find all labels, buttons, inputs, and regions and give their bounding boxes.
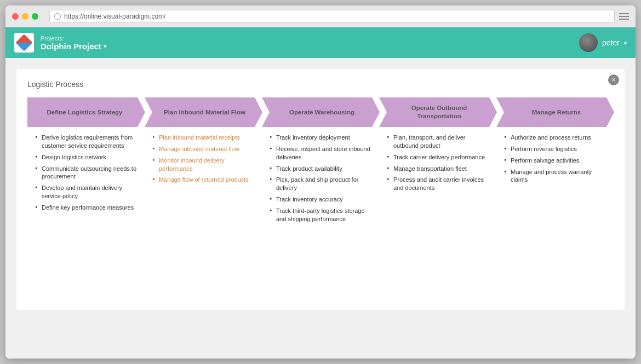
project-label: Projects:	[41, 35, 106, 42]
list-item: Perform reverse logistics	[504, 145, 606, 153]
list-item: Track carrier delivery performance	[387, 153, 489, 161]
list-item: Perform salvage activities	[504, 157, 606, 165]
process-step-1: Define Logistics StrategyDerive logistic…	[27, 97, 145, 233]
step-header-text-4: Operate Outbound Transportation	[391, 104, 487, 120]
list-item: Pick, pack and ship product for delivery	[270, 176, 371, 192]
process-step-3: Operate WarehousingTrack inventory deplo…	[262, 97, 379, 233]
list-item: Develop and maintain delivery service po…	[35, 184, 137, 200]
process-step-2: Plan Inbound Material FlowPlan inbound m…	[145, 97, 262, 233]
step-header-2: Plan Inbound Material Flow	[145, 97, 262, 127]
traffic-lights	[12, 13, 38, 20]
close-traffic-light[interactable]	[12, 13, 19, 20]
address-bar[interactable]: https://online.visual-paradigm.com/	[49, 10, 615, 23]
step-header-3: Operate Warehousing	[262, 97, 380, 127]
list-item: Plan, transport, and deliver outbound pr…	[387, 134, 489, 150]
step-body-4: Plan, transport, and deliver outbound pr…	[379, 127, 496, 233]
step-header-text-1: Define Logistics Strategy	[47, 108, 122, 117]
list-item: Manage and process warranty claims	[504, 168, 606, 184]
list-item[interactable]: Plan inbound material receipts	[152, 134, 254, 142]
menu-icon[interactable]	[619, 13, 629, 20]
maximize-traffic-light[interactable]	[32, 13, 38, 20]
process-flow: Define Logistics StrategyDerive logistic…	[27, 97, 614, 233]
step-header-text-5: Manage Returns	[532, 108, 581, 117]
url-text: https://online.visual-paradigm.com/	[64, 13, 165, 20]
list-item: Process and audit carrier invoices and d…	[387, 176, 489, 192]
avatar-image	[579, 33, 598, 52]
list-item[interactable]: Manage inbound material flow	[152, 145, 254, 153]
url-icon	[54, 13, 61, 20]
list-item: Track inventory accuracy	[270, 195, 371, 204]
diagram-card: Logistic Process × Define Logistics Stra…	[16, 69, 625, 310]
user-name: peter	[602, 38, 620, 47]
list-item[interactable]: Manage flow of returned products	[152, 176, 254, 184]
list-item: Manage transportation fleet	[387, 165, 489, 173]
list-item: Define key performance measures	[35, 204, 137, 212]
list-item: Receive, inspect and store inbound deliv…	[270, 145, 371, 161]
minimize-traffic-light[interactable]	[22, 13, 28, 20]
step-header-text-3: Operate Warehousing	[289, 108, 354, 117]
list-item: Derive logistics requirements from custo…	[35, 134, 137, 150]
title-bar: https://online.visual-paradigm.com/	[5, 5, 636, 27]
list-item: Authorize and process returns	[504, 134, 606, 142]
list-item: Track inventory deployment	[270, 134, 371, 142]
step-body-1: Derive logistics requirements from custo…	[27, 127, 145, 233]
avatar	[579, 33, 598, 52]
list-item: Design logistics network	[35, 153, 137, 161]
process-step-5: Manage ReturnsAuthorize and process retu…	[496, 97, 614, 233]
project-info: Projects: Dolphin Project ▾	[41, 35, 106, 51]
user-section: peter ▾	[579, 33, 627, 52]
app-header: Projects: Dolphin Project ▾ peter ▾	[5, 27, 636, 58]
main-content: Logistic Process × Define Logistics Stra…	[5, 58, 636, 359]
logo-diamond-icon	[15, 34, 32, 51]
list-item[interactable]: Monitor inbound delivery performance	[152, 157, 254, 173]
app-logo	[14, 33, 34, 53]
project-dropdown-arrow[interactable]: ▾	[104, 43, 106, 49]
process-step-4: Operate Outbound TransportationPlan, tra…	[379, 97, 496, 233]
list-item: Communicate outsourcing needs to procure…	[35, 165, 137, 181]
step-header-1: Define Logistics Strategy	[27, 97, 145, 127]
step-body-3: Track inventory deploymentReceive, inspe…	[262, 127, 379, 233]
step-header-4: Operate Outbound Transportation	[379, 97, 497, 127]
list-item: Track third-party logistics storage and …	[270, 207, 371, 223]
app-window: https://online.visual-paradigm.com/ Proj…	[5, 5, 636, 359]
project-name[interactable]: Dolphin Project ▾	[41, 42, 106, 51]
step-body-2: Plan inbound material receiptsManage inb…	[145, 127, 262, 233]
step-header-text-2: Plan Inbound Material Flow	[164, 108, 245, 117]
close-button[interactable]: ×	[608, 74, 619, 85]
user-dropdown-arrow[interactable]: ▾	[624, 40, 627, 46]
diagram-title: Logistic Process	[27, 80, 614, 89]
step-header-5: Manage Returns	[496, 97, 614, 127]
list-item: Track product availability	[270, 165, 371, 173]
step-body-5: Authorize and process returnsPerform rev…	[496, 127, 614, 233]
